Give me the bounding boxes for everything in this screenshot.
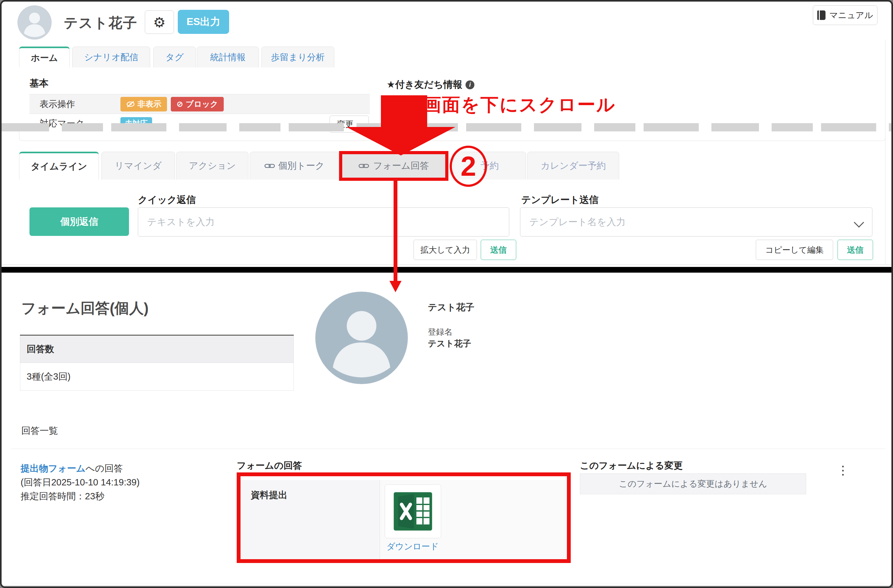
block-button[interactable]: ⊘ ブロック (171, 97, 224, 111)
eye-slash-icon (126, 101, 135, 108)
tab-reminder-label: リマインダ (115, 160, 162, 172)
answer-duration: 推定回答時間：23秒 (21, 489, 140, 503)
profile-display-name: テスト花子 (428, 301, 474, 314)
template-select-input[interactable] (520, 207, 872, 237)
manual-button-label: マニュアル (829, 9, 873, 21)
bottom-divider (11, 583, 885, 583)
tab-tags[interactable]: タグ (153, 46, 196, 68)
starred-friend-info-label: ★付き友だち情報 (386, 78, 462, 91)
starred-friend-info-title: ★付き友だち情報 i (386, 78, 474, 91)
tab-home[interactable]: ホーム (19, 46, 70, 68)
top-section-bottom-border (2, 264, 893, 265)
annotation-scroll-note: 画面を下にスクロール (423, 93, 616, 117)
answer-count-table: 回答数 3種(全3回) (20, 335, 294, 391)
answer-meta: 提出物フォームへの回答 (回答日2025-10-10 14:19:39) 推定回… (21, 461, 140, 503)
link-icon (264, 163, 275, 169)
page-title-user-name: テスト花子 (64, 14, 138, 32)
quick-reply-send-button[interactable]: 送信 (481, 240, 516, 260)
gear-icon: ⚙ (153, 14, 165, 30)
tab-statistics-label: 統計情報 (210, 51, 246, 63)
answer-count-value: 3種(全3回) (20, 363, 294, 391)
profile-avatar-large (315, 292, 408, 384)
tab-timeline[interactable]: タイムライン (19, 152, 99, 180)
quick-reply-input[interactable] (138, 207, 509, 237)
section-divider-bar (2, 267, 893, 273)
tab-form-answers-label: フォーム回答 (373, 160, 429, 172)
answer-list-title: 回答一覧 (21, 424, 58, 437)
settings-button[interactable]: ⚙ (145, 10, 174, 34)
block-icon: ⊘ (176, 99, 183, 109)
tab-scenario-label: シナリオ配信 (84, 51, 138, 63)
tab-reminder[interactable]: リマインダ (101, 152, 175, 180)
tab-form-answers-highlighted[interactable]: フォーム回答 (339, 151, 448, 181)
form-link[interactable]: 提出物フォーム (21, 463, 86, 473)
answer-suffix: への回答 (86, 463, 123, 473)
kebab-menu-icon[interactable]: ⋮ (837, 463, 849, 477)
tab-individual-talk[interactable]: 個別トーク (250, 152, 339, 180)
annotation-step-2-badge: 2 (450, 146, 487, 187)
tab-funnel-analysis[interactable]: 歩留まり分析 (262, 46, 334, 68)
display-ops-row: 表示操作 非表示 ⊘ ブロック (30, 94, 370, 114)
answer-date: (回答日2025-10-10 14:19:39) (21, 475, 140, 489)
basic-section-title: 基本 (30, 77, 48, 90)
attachment-thumbnail[interactable] (385, 484, 441, 538)
display-ops-label: 表示操作 (30, 98, 120, 110)
app-window: テスト花子 ⚙ ES出力 マニュアル ホーム シナリオ配信 タグ 統計情報 歩留… (0, 0, 893, 588)
form-changes-title: このフォームによる変更 (580, 459, 683, 472)
expand-input-button[interactable]: 拡大して入力 (413, 240, 477, 260)
individual-reply-button[interactable]: 個別返信 (30, 207, 129, 236)
user-avatar (17, 5, 52, 40)
answer-list-divider (11, 448, 885, 449)
download-link[interactable]: ダウンロード (385, 541, 440, 552)
response-field-label: 資料提出 (251, 489, 287, 501)
block-button-label: ブロック (186, 99, 218, 109)
registered-name-label: 登録名 (428, 327, 453, 338)
tab-statistics[interactable]: 統計情報 (197, 46, 259, 68)
tab-scenario-delivery[interactable]: シナリオ配信 (72, 46, 150, 68)
tab-action-label: アクション (189, 160, 236, 172)
form-response-highlight-box: 資料提出 ダウンロード (237, 472, 571, 563)
tab-timeline-label: タイムライン (31, 160, 87, 173)
scroll-arrow-head (346, 127, 456, 156)
form-answers-page-title: フォーム回答(個人) (21, 298, 149, 318)
panel-right-border (885, 40, 885, 264)
tab-home-label: ホーム (31, 52, 58, 64)
tab-calendar-reservation[interactable]: カレンダー予約 (527, 152, 619, 180)
template-send-button[interactable]: 送信 (837, 240, 873, 260)
es-export-button[interactable]: ES出力 (178, 10, 229, 34)
tab-action[interactable]: アクション (176, 152, 248, 180)
tab-funnel-label: 歩留まり分析 (271, 51, 325, 63)
link-icon (358, 163, 369, 169)
excel-file-icon (392, 490, 434, 532)
manual-button[interactable]: マニュアル (813, 5, 878, 25)
tab-calendar-reservation-label: カレンダー予約 (541, 160, 606, 172)
hide-button-label: 非表示 (138, 99, 161, 109)
window-bottom-strip (2, 585, 893, 588)
scroll-arrow-shaft (381, 95, 427, 128)
book-icon (817, 10, 825, 20)
template-send-title: テンプレート送信 (521, 194, 598, 207)
person-icon (315, 292, 408, 384)
pointer-arrow-head (389, 281, 401, 292)
answer-count-header: 回答数 (20, 336, 294, 363)
info-icon: i (466, 80, 474, 89)
response-field-cell: 資料提出 (241, 480, 380, 559)
hide-button[interactable]: 非表示 (120, 97, 167, 111)
tab-individual-talk-label: 個別トーク (278, 160, 325, 172)
person-icon (17, 5, 52, 40)
pointer-arrow-shaft (394, 181, 397, 282)
tab-tags-label: タグ (165, 51, 183, 63)
registered-name-value: テスト花子 (428, 338, 471, 349)
form-changes-empty-box: このフォームによる変更はありません (580, 473, 806, 494)
quick-reply-title: クイック返信 (138, 194, 196, 207)
copy-edit-button[interactable]: コピーして編集 (756, 240, 833, 260)
form-response-title: フォームの回答 (237, 459, 302, 472)
